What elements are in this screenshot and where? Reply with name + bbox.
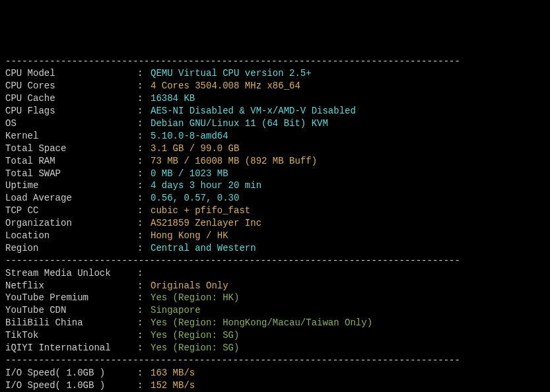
system-row: CPU Model: QEMU Virtual CPU version 2.5+ (5, 67, 545, 80)
system-row: Location: Hong Kong / HK (5, 230, 545, 242)
separator-line: ----------------------------------------… (5, 354, 545, 367)
media-header-label: Stream Media Unlock (5, 267, 137, 280)
system-value: Hong Kong / HK (151, 230, 228, 242)
system-label: Kernel (5, 130, 137, 143)
colon-separator: : (137, 105, 151, 117)
system-row: Region: Central and Western (5, 242, 545, 255)
system-value: QEMU Virtual CPU version 2.5+ (151, 67, 312, 80)
media-value: Yes (Region: HongKong/Macau/Taiwan Only) (151, 317, 372, 329)
system-row: Kernel: 5.10.0-8-amd64 (5, 130, 545, 143)
system-value: AES-NI Disabled & VM-x/AMD-V Disabled (151, 105, 356, 117)
system-row: OS: Debian GNU/Linux 11 (64 Bit) KVM (5, 117, 545, 130)
separator-line: ----------------------------------------… (5, 55, 545, 68)
media-row: YouTube Premium: Yes (Region: HK) (5, 292, 545, 304)
media-label: YouTube Premium (5, 292, 137, 304)
system-row: Organization: AS21859 Zenlayer Inc (5, 217, 545, 230)
media-header-row: Stream Media Unlock: (5, 267, 545, 280)
media-value: Singapore (151, 304, 201, 317)
media-row: YouTube CDN: Singapore (5, 304, 545, 317)
terminal-output: ----------------------------------------… (5, 55, 545, 392)
colon-separator: : (137, 192, 151, 205)
media-label: YouTube CDN (5, 304, 137, 317)
colon-separator: : (137, 317, 151, 329)
system-label: Total SWAP (5, 168, 137, 180)
media-value: Yes (Region: HK) (151, 292, 239, 304)
system-value: Debian GNU/Linux 11 (64 Bit) KVM (151, 117, 328, 130)
system-label: TCP CC (5, 205, 137, 217)
media-row: Netflix: Originals Only (5, 280, 545, 292)
colon-separator: : (137, 180, 151, 192)
colon-separator: : (137, 267, 151, 280)
colon-separator: : (137, 242, 151, 255)
system-row: Total Space: 3.1 GB / 99.0 GB (5, 143, 545, 155)
system-label: Total Space (5, 143, 137, 155)
system-label: OS (5, 117, 137, 130)
system-row: Total SWAP: 0 MB / 1023 MB (5, 168, 545, 180)
colon-separator: : (137, 292, 151, 304)
io-value: 163 MB/s (151, 367, 195, 379)
colon-separator: : (137, 342, 151, 354)
system-value: 16384 KB (151, 92, 195, 105)
system-label: Location (5, 230, 137, 242)
media-label: TikTok (5, 329, 137, 342)
colon-separator: : (137, 117, 151, 130)
system-row: TCP CC: cubic + pfifo_fast (5, 205, 545, 217)
io-label: I/O Speed( 1.0GB ) (5, 379, 137, 392)
colon-separator: : (137, 230, 151, 242)
system-value: 73 MB / 16008 MB (892 MB Buff) (151, 155, 317, 168)
system-row: CPU Cores: 4 Cores 3504.008 MHz x86_64 (5, 80, 545, 92)
colon-separator: : (137, 130, 151, 143)
system-label: Region (5, 242, 137, 255)
system-label: Load Average (5, 192, 137, 205)
separator-line: ----------------------------------------… (5, 255, 545, 267)
system-value: 5.10.0-8-amd64 (151, 130, 228, 143)
media-row: iQIYI International: Yes (Region: SG) (5, 342, 545, 354)
system-label: CPU Cores (5, 80, 137, 92)
system-label: Total RAM (5, 155, 137, 168)
media-label: iQIYI International (5, 342, 137, 354)
system-row: Uptime: 4 days 3 hour 20 min (5, 180, 545, 192)
colon-separator: : (137, 379, 151, 392)
io-label: I/O Speed( 1.0GB ) (5, 367, 137, 379)
system-row: CPU Flags: AES-NI Disabled & VM-x/AMD-V … (5, 105, 545, 117)
system-value: cubic + pfifo_fast (151, 205, 250, 217)
colon-separator: : (137, 329, 151, 342)
system-value: 0.56, 0.57, 0.30 (151, 192, 239, 205)
media-value: Yes (Region: SG) (151, 342, 239, 354)
system-label: CPU Model (5, 67, 137, 80)
system-value: 4 Cores 3504.008 MHz x86_64 (151, 80, 300, 92)
io-row: I/O Speed( 1.0GB ): 163 MB/s (5, 367, 545, 379)
media-label: Netflix (5, 280, 137, 292)
colon-separator: : (137, 205, 151, 217)
colon-separator: : (137, 304, 151, 317)
system-row: Load Average: 0.56, 0.57, 0.30 (5, 192, 545, 205)
system-value: 0 MB / 1023 MB (151, 168, 228, 180)
media-value: Yes (Region: SG) (151, 329, 239, 342)
colon-separator: : (137, 143, 151, 155)
colon-separator: : (137, 280, 151, 292)
system-label: Uptime (5, 180, 137, 192)
colon-separator: : (137, 168, 151, 180)
io-row: I/O Speed( 1.0GB ): 152 MB/s (5, 379, 545, 392)
system-label: CPU Cache (5, 92, 137, 105)
system-value: 4 days 3 hour 20 min (151, 180, 261, 192)
colon-separator: : (137, 367, 151, 379)
system-value: Central and Western (151, 242, 256, 255)
colon-separator: : (137, 67, 151, 80)
system-label: Organization (5, 217, 137, 230)
colon-separator: : (137, 80, 151, 92)
media-row: TikTok: Yes (Region: SG) (5, 329, 545, 342)
system-row: Total RAM: 73 MB / 16008 MB (892 MB Buff… (5, 155, 545, 168)
colon-separator: : (137, 92, 151, 105)
media-value: Originals Only (151, 280, 228, 292)
system-label: CPU Flags (5, 105, 137, 117)
media-row: BiliBili China: Yes (Region: HongKong/Ma… (5, 317, 545, 329)
media-label: BiliBili China (5, 317, 137, 329)
system-value: AS21859 Zenlayer Inc (151, 217, 261, 230)
system-value: 3.1 GB / 99.0 GB (151, 143, 239, 155)
colon-separator: : (137, 217, 151, 230)
colon-separator: : (137, 155, 151, 168)
io-value: 152 MB/s (151, 379, 195, 392)
system-row: CPU Cache: 16384 KB (5, 92, 545, 105)
